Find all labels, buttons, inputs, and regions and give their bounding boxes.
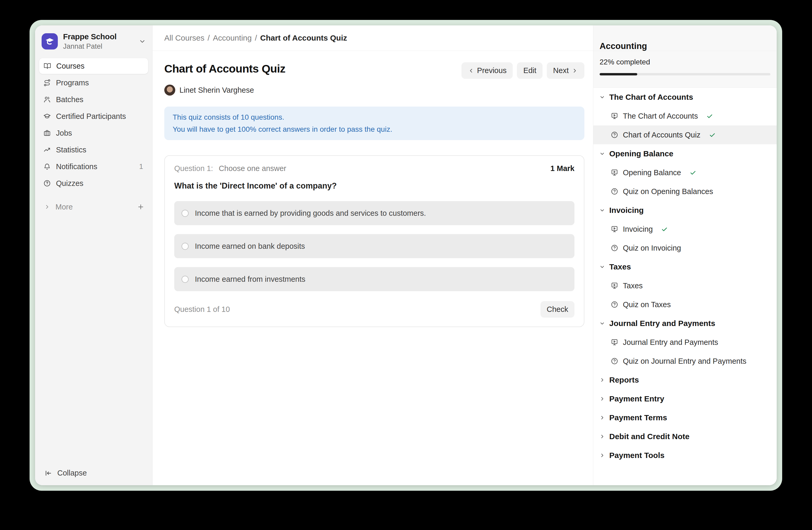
sidebar-item-jobs[interactable]: Jobs	[39, 125, 148, 141]
quiz-icon	[611, 357, 619, 365]
outline-item-label: Chart of Accounts Quiz	[623, 131, 700, 139]
outline-section-payment-terms[interactable]: Payment Terms	[593, 408, 777, 427]
sidebar-item-courses[interactable]: Courses	[39, 58, 148, 74]
outline-section-title: Taxes	[609, 262, 631, 271]
outline-item-lesson[interactable]: Journal Entry and Payments	[593, 333, 777, 352]
next-label: Next	[553, 66, 569, 75]
sidebar-item-label: Programs	[56, 79, 89, 87]
answer-option-label: Income earned from investments	[195, 275, 305, 283]
edit-label: Edit	[523, 66, 536, 75]
app-window: Frappe School Jannat Patel Courses Progr…	[35, 25, 777, 485]
question-instruction: Choose one answer	[219, 164, 286, 173]
chevron-down-icon	[599, 207, 605, 213]
outline-section-opening-balance[interactable]: Opening Balance	[593, 144, 777, 163]
sidebar-item-batches[interactable]: Batches	[39, 92, 148, 108]
sidebar-more[interactable]: More	[39, 199, 148, 215]
question-number-label: Question 1:	[174, 164, 213, 173]
sidebar-item-quizzes[interactable]: Quizzes	[39, 175, 148, 192]
outline-item-label: Quiz on Invoicing	[623, 244, 681, 252]
answer-option[interactable]: Income earned on bank deposits	[174, 234, 575, 258]
notifications-count-badge: 1	[139, 163, 145, 171]
outline-section-title: Payment Terms	[609, 413, 667, 422]
outline-item-label: Quiz on Journal Entry and Payments	[623, 357, 746, 365]
outline-item-lesson[interactable]: Taxes	[593, 276, 777, 295]
answer-option[interactable]: Income that is earned by providing goods…	[174, 201, 575, 225]
check-icon	[709, 131, 716, 139]
outline-section-invoicing[interactable]: Invoicing	[593, 201, 777, 220]
chevron-right-icon	[599, 452, 605, 459]
next-button[interactable]: Next	[547, 62, 584, 79]
outline-section-title: Opening Balance	[609, 149, 673, 158]
quiz-notice: This quiz consists of 10 questions. You …	[164, 107, 584, 140]
workspace-name: Frappe School	[63, 32, 133, 41]
sidebar-item-certified-participants[interactable]: Certified Participants	[39, 108, 148, 124]
outline-item-label: Quiz on Opening Balances	[623, 187, 713, 196]
author-name: Linet Sherin Varghese	[179, 86, 254, 95]
outline-section-title: Journal Entry and Payments	[609, 319, 715, 328]
breadcrumb-all-courses[interactable]: All Courses	[164, 33, 204, 42]
breadcrumb-accounting[interactable]: Accounting	[213, 33, 252, 42]
users-icon	[43, 96, 51, 103]
chevron-right-icon	[599, 415, 605, 421]
main-area: All Courses / Accounting / Chart of Acco…	[153, 25, 593, 485]
outline-section-title: Reports	[609, 376, 639, 385]
route-icon	[43, 79, 51, 87]
outline-item-quiz[interactable]: Quiz on Taxes	[593, 295, 777, 314]
sidebar-item-programs[interactable]: Programs	[39, 75, 148, 91]
sidebar-item-label: Quizzes	[56, 179, 84, 188]
sidebar-item-label: Batches	[56, 95, 84, 104]
edit-button[interactable]: Edit	[517, 62, 542, 79]
outline-section-journal-entry-and-payments[interactable]: Journal Entry and Payments	[593, 314, 777, 333]
outline-section-title: Payment Tools	[609, 451, 665, 460]
chevron-down-icon	[599, 320, 605, 326]
outline-section-title: The Chart of Accounts	[609, 93, 693, 102]
quiz-page: Chart of Accounts Quiz Previous Edit Nex…	[153, 51, 593, 327]
breadcrumb-separator: /	[207, 33, 209, 42]
circle-help-icon	[43, 179, 51, 187]
sidebar-item-notifications[interactable]: Notifications 1	[39, 158, 148, 175]
chevron-down-icon	[599, 94, 605, 100]
sidebar-item-label: Notifications	[56, 162, 97, 171]
outline-section-reports[interactable]: Reports	[593, 371, 777, 389]
outline-item-quiz[interactable]: Quiz on Opening Balances	[593, 182, 777, 201]
outline-item-lesson[interactable]: Opening Balance	[593, 163, 777, 182]
quiz-icon	[611, 301, 619, 308]
radio-icon[interactable]	[182, 276, 189, 283]
radio-icon[interactable]	[182, 243, 189, 250]
sidebar-item-statistics[interactable]: Statistics	[39, 142, 148, 158]
outline-section-debit-and-credit-note[interactable]: Debit and Credit Note	[593, 427, 777, 446]
outline-item-lesson[interactable]: Invoicing	[593, 220, 777, 239]
collapse-label: Collapse	[57, 469, 87, 477]
question-card: Question 1: Choose one answer 1 Mark Wha…	[164, 155, 584, 327]
outline-item-quiz[interactable]: Quiz on Invoicing	[593, 239, 777, 257]
outline-section-the-chart-of-accounts[interactable]: The Chart of Accounts	[593, 88, 777, 107]
desktop-frame: Frappe School Jannat Patel Courses Progr…	[30, 20, 782, 491]
outline-section-payment-entry[interactable]: Payment Entry	[593, 389, 777, 408]
chevron-right-icon	[44, 204, 50, 210]
user-name: Jannat Patel	[63, 42, 133, 51]
quiz-icon	[611, 187, 619, 195]
book-open-icon	[43, 62, 51, 70]
plus-icon[interactable]	[137, 203, 145, 211]
question-text: What is the 'Direct Income' of a company…	[174, 181, 575, 191]
sidebar-item-label: Certified Participants	[56, 112, 126, 121]
frappe-school-logo	[42, 33, 58, 50]
sidebar-collapse-button[interactable]: Collapse	[39, 469, 148, 485]
outline-item-quiz-active[interactable]: Chart of Accounts Quiz	[593, 125, 777, 144]
radio-icon[interactable]	[182, 210, 189, 217]
workspace-switcher[interactable]: Frappe School Jannat Patel	[39, 25, 148, 58]
check-button[interactable]: Check	[540, 301, 575, 318]
left-sidebar: Frappe School Jannat Patel Courses Progr…	[35, 25, 153, 485]
notice-line-2: You will have to get 100% correct answer…	[173, 123, 576, 135]
lesson-icon	[611, 225, 619, 233]
previous-label: Previous	[477, 66, 507, 75]
previous-button[interactable]: Previous	[462, 62, 513, 79]
outline-item-quiz[interactable]: Quiz on Journal Entry and Payments	[593, 352, 777, 371]
outline-section-taxes[interactable]: Taxes	[593, 257, 777, 276]
answer-option-label: Income that is earned by providing goods…	[195, 209, 426, 218]
outline-section-payment-tools[interactable]: Payment Tools	[593, 446, 777, 465]
course-outline-list: The Chart of Accounts The Chart of Accou…	[593, 88, 777, 485]
outline-item-label: Invoicing	[623, 225, 653, 234]
outline-item-lesson[interactable]: The Chart of Accounts	[593, 107, 777, 125]
answer-option[interactable]: Income earned from investments	[174, 267, 575, 291]
